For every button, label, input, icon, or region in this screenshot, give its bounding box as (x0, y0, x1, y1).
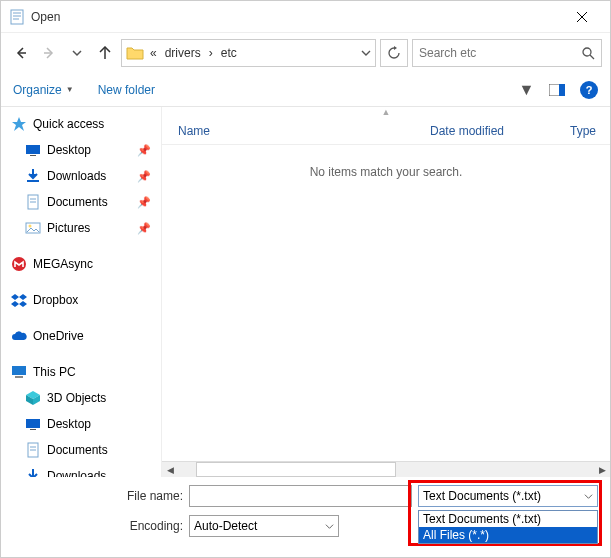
sidebar: Quick access Desktop📌 Downloads📌 Documen… (1, 107, 161, 477)
notepad-icon (9, 9, 25, 25)
search-icon (582, 47, 595, 60)
desktop-icon (25, 142, 41, 158)
navbar: « drivers › etc (1, 33, 610, 73)
chevron-down-icon: ▼ (519, 81, 535, 99)
chevron-down-icon (584, 492, 593, 501)
filetype-dropdown[interactable]: Text Documents (*.txt) (418, 485, 598, 507)
column-type[interactable]: Type (560, 124, 610, 138)
chevron-down-icon (72, 48, 82, 58)
chevron-down-icon (325, 522, 334, 531)
breadcrumb-sep: « (148, 46, 159, 60)
view-button[interactable]: ▼ (516, 81, 534, 99)
body: Quick access Desktop📌 Downloads📌 Documen… (1, 107, 610, 477)
back-button[interactable] (9, 41, 33, 65)
breadcrumb-etc[interactable]: etc (219, 46, 239, 60)
newfolder-label: New folder (98, 83, 155, 97)
svg-point-26 (29, 225, 32, 228)
sidebar-pictures[interactable]: Pictures📌 (5, 215, 161, 241)
column-date[interactable]: Date modified (420, 124, 560, 138)
main-panel: ▲ Name Date modified Type No items match… (161, 107, 610, 477)
svg-rect-20 (30, 155, 36, 156)
refresh-icon (387, 46, 401, 60)
breadcrumb-drivers[interactable]: drivers (163, 46, 203, 60)
folder-icon (126, 44, 144, 62)
pin-icon: 📌 (137, 222, 157, 235)
horizontal-scrollbar[interactable]: ◀ ▶ (162, 461, 610, 477)
arrow-left-icon (14, 46, 28, 60)
filetype-option-all[interactable]: All Files (*.*) (419, 527, 597, 543)
help-icon: ? (586, 84, 593, 96)
filetype-dropdown-list[interactable]: Text Documents (*.txt) All Files (*.*) (418, 510, 598, 544)
sidebar-quick-access[interactable]: Quick access (5, 111, 161, 137)
filetype-selected: Text Documents (*.txt) (423, 489, 541, 503)
filename-input[interactable] (189, 485, 412, 507)
filename-label: File name: (13, 489, 183, 503)
svg-rect-31 (30, 429, 36, 430)
svg-rect-19 (26, 145, 40, 154)
close-button[interactable] (562, 1, 602, 32)
breadcrumb-chev: › (207, 46, 215, 60)
arrow-right-icon (42, 46, 56, 60)
sidebar-downloads-2[interactable]: Downloads (5, 463, 161, 477)
desktop-icon (25, 416, 41, 432)
window-title: Open (31, 10, 562, 24)
onedrive-icon (11, 328, 27, 344)
svg-line-10 (590, 55, 594, 59)
svg-rect-21 (27, 180, 39, 182)
help-button[interactable]: ? (580, 81, 598, 99)
filetype-option-txt[interactable]: Text Documents (*.txt) (419, 511, 597, 527)
sidebar-documents[interactable]: Documents📌 (5, 189, 161, 215)
star-icon (11, 116, 27, 132)
chevron-down-icon: ▼ (66, 85, 74, 94)
chevron-down-icon[interactable] (361, 48, 371, 58)
svg-rect-29 (15, 376, 23, 378)
preview-pane-button[interactable] (548, 81, 566, 99)
dropbox-icon (11, 292, 27, 308)
sidebar-downloads[interactable]: Downloads📌 (5, 163, 161, 189)
cube-icon (25, 390, 41, 406)
sidebar-megasync[interactable]: MEGAsync (5, 251, 161, 277)
forward-button[interactable] (37, 41, 61, 65)
refresh-button[interactable] (380, 39, 408, 67)
column-headers: Name Date modified Type (162, 117, 610, 145)
sidebar-onedrive[interactable]: OneDrive (5, 323, 161, 349)
svg-point-9 (583, 48, 591, 56)
encoding-dropdown[interactable]: Auto-Detect (189, 515, 339, 537)
new-folder-button[interactable]: New folder (98, 83, 155, 97)
history-dropdown[interactable] (65, 41, 89, 65)
sidebar-desktop-2[interactable]: Desktop (5, 411, 161, 437)
sidebar-dropbox[interactable]: Dropbox (5, 287, 161, 313)
scroll-right-icon[interactable]: ▶ (594, 462, 610, 478)
titlebar: Open (1, 1, 610, 33)
scroll-left-icon[interactable]: ◀ (162, 462, 178, 478)
document-icon (25, 442, 41, 458)
search-input[interactable] (419, 46, 582, 60)
sidebar-this-pc[interactable]: This PC (5, 359, 161, 385)
organize-label: Organize (13, 83, 62, 97)
svg-rect-0 (11, 10, 23, 24)
svg-rect-28 (12, 366, 26, 375)
sidebar-desktop[interactable]: Desktop📌 (5, 137, 161, 163)
pictures-icon (25, 220, 41, 236)
splitter-handle[interactable]: ▲ (162, 107, 610, 117)
download-icon (25, 168, 41, 184)
encoding-value: Auto-Detect (194, 519, 257, 533)
scrollbar-thumb[interactable] (196, 462, 396, 477)
open-dialog: Open « drivers › etc Organize ▼ N (0, 0, 611, 558)
preview-pane-icon (549, 84, 565, 96)
file-list: No items match your search. (162, 145, 610, 461)
up-button[interactable] (93, 41, 117, 65)
pin-icon: 📌 (137, 170, 157, 183)
address-bar[interactable]: « drivers › etc (121, 39, 376, 67)
sidebar-documents-2[interactable]: Documents (5, 437, 161, 463)
column-name[interactable]: Name (162, 124, 420, 138)
footer: File name: Text Documents (*.txt) Encodi… (1, 477, 610, 557)
megasync-icon (11, 256, 27, 272)
search-box[interactable] (412, 39, 602, 67)
sidebar-3d-objects[interactable]: 3D Objects (5, 385, 161, 411)
svg-rect-18 (559, 84, 565, 96)
pc-icon (11, 364, 27, 380)
organize-menu[interactable]: Organize ▼ (13, 83, 74, 97)
pin-icon: 📌 (137, 144, 157, 157)
toolbar: Organize ▼ New folder ▼ ? (1, 73, 610, 107)
